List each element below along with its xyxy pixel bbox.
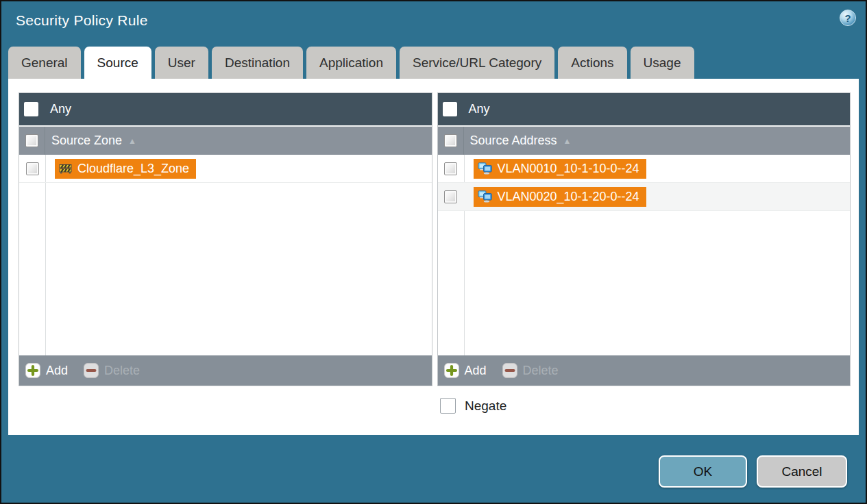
row-checkbox-cell	[19, 155, 45, 182]
source-address-row[interactable]: VLAN0010_10-1-10-0--24	[438, 155, 851, 183]
help-icon[interactable]: ?	[840, 10, 856, 26]
negate-checkbox[interactable]	[440, 398, 456, 414]
source-zone-panel: Any Source Zone ▲	[19, 92, 432, 386]
source-address-row[interactable]: VLAN0020_10-1-20-0--24	[438, 183, 851, 211]
add-button[interactable]: Add	[444, 363, 487, 378]
dialog-title: Security Policy Rule	[16, 12, 148, 29]
cancel-button[interactable]: Cancel	[757, 455, 847, 488]
delete-label: Delete	[104, 364, 140, 378]
source-zone-any-header: Any	[19, 93, 432, 125]
source-address-select-all-checkbox[interactable]	[444, 134, 457, 147]
title-bar: Security Policy Rule ?	[1, 1, 866, 45]
zone-tag[interactable]: Cloudflare_L3_Zone	[55, 159, 196, 179]
source-zone-row[interactable]: Cloudflare_L3_Zone	[19, 155, 432, 183]
source-address-row-checkbox[interactable]	[444, 162, 457, 175]
source-zone-select-all-checkbox[interactable]	[25, 134, 38, 147]
source-address-column-label: Source Address	[470, 134, 557, 148]
delete-button[interactable]: Delete	[84, 363, 140, 378]
dialog-body: Any Source Zone ▲	[8, 79, 859, 435]
tab-application[interactable]: Application	[306, 47, 396, 79]
checkbox-column-divider	[45, 155, 46, 355]
negate-row: Negate	[440, 398, 506, 414]
add-icon	[25, 363, 40, 378]
source-address-rows: VLAN0010_10-1-10-0--24	[438, 155, 851, 355]
address-label: VLAN0020_10-1-20-0--24	[498, 190, 639, 204]
source-zone-column-label: Source Zone	[51, 134, 122, 148]
add-button[interactable]: Add	[25, 363, 68, 378]
source-zone-row-checkbox[interactable]	[26, 162, 39, 175]
source-address-panel: Any Source Address ▲	[437, 92, 851, 386]
delete-button[interactable]: Delete	[502, 363, 559, 378]
source-address-column-header[interactable]: Source Address ▲	[438, 125, 851, 155]
source-zone-footer: Add Delete	[19, 355, 432, 386]
delete-icon	[84, 363, 99, 378]
tab-actions[interactable]: Actions	[558, 47, 626, 79]
panels-container: Any Source Zone ▲	[8, 79, 859, 386]
select-all-cell	[438, 127, 464, 155]
network-icon	[478, 162, 492, 175]
source-address-any-header: Any	[438, 93, 851, 125]
row-checkbox-cell	[438, 183, 464, 210]
sort-ascending-icon[interactable]: ▲	[563, 136, 572, 146]
source-zone-any-checkbox[interactable]	[24, 102, 38, 116]
tab-source[interactable]: Source	[84, 47, 151, 79]
source-address-any-label: Any	[469, 102, 490, 116]
delete-icon	[502, 363, 517, 378]
source-zone-rows: Cloudflare_L3_Zone	[19, 155, 432, 355]
source-zone-any-label: Any	[50, 102, 71, 116]
tab-service-url-category[interactable]: Service/URL Category	[400, 47, 554, 79]
dialog-footer: OK Cancel	[659, 455, 847, 488]
address-label: VLAN0010_10-1-10-0--24	[498, 162, 639, 176]
row-checkbox-cell	[438, 155, 464, 182]
tab-bar: General Source User Destination Applicat…	[8, 47, 694, 79]
network-icon	[478, 190, 492, 203]
address-tag[interactable]: VLAN0010_10-1-10-0--24	[474, 159, 646, 179]
source-address-row-checkbox[interactable]	[444, 190, 457, 203]
security-policy-rule-dialog: { "dialog": { "title": "Security Policy …	[0, 0, 867, 504]
zone-label: Cloudflare_L3_Zone	[77, 162, 189, 176]
tab-general[interactable]: General	[8, 47, 81, 79]
tab-usage[interactable]: Usage	[631, 47, 694, 79]
address-tag[interactable]: VLAN0020_10-1-20-0--24	[474, 187, 646, 207]
source-zone-column-header[interactable]: Source Zone ▲	[19, 125, 432, 155]
tab-destination[interactable]: Destination	[212, 47, 303, 79]
sort-ascending-icon[interactable]: ▲	[128, 136, 136, 146]
ok-button[interactable]: OK	[659, 455, 747, 488]
delete-label: Delete	[523, 364, 559, 378]
add-label: Add	[465, 364, 487, 378]
add-label: Add	[46, 364, 68, 378]
zone-icon	[59, 164, 72, 174]
add-icon	[444, 363, 459, 378]
negate-label: Negate	[465, 399, 506, 414]
tab-user[interactable]: User	[155, 47, 208, 79]
select-all-cell	[19, 127, 45, 155]
source-address-footer: Add Delete	[438, 355, 851, 386]
source-address-any-checkbox[interactable]	[443, 102, 457, 116]
